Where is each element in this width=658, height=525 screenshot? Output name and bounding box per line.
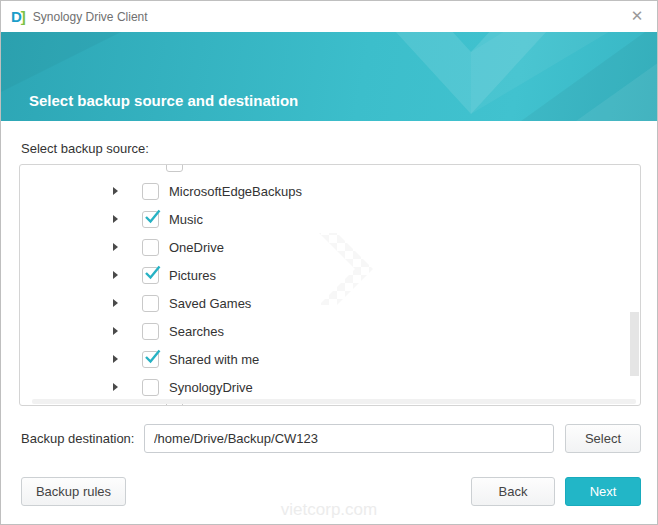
title-bar: D] Synology Drive Client ✕ [1, 1, 657, 32]
synology-drive-logo-icon: D] [11, 9, 25, 24]
backup-destination-input[interactable] [144, 424, 554, 453]
checkbox-unchecked[interactable] [142, 379, 159, 396]
tree-item-label: SynologyDrive [169, 380, 253, 395]
tree-item-label: Searches [169, 324, 224, 339]
back-button[interactable]: Back [471, 477, 555, 506]
expand-arrow-icon[interactable] [113, 383, 118, 391]
tree-item-label: MicrosoftEdgeBackups [169, 184, 302, 199]
checkbox-unchecked[interactable] [142, 323, 159, 340]
checkbox-checked[interactable] [142, 211, 159, 228]
checkbox-checked[interactable] [142, 351, 159, 368]
tree-item-row[interactable]: OneDrive [20, 233, 640, 261]
expand-arrow-icon[interactable] [113, 243, 118, 251]
tree-item-label: Shared with me [169, 352, 259, 367]
tree-item-label: Pictures [169, 268, 216, 283]
tree-item-row[interactable]: Searches [20, 317, 640, 345]
checkbox-unchecked[interactable] [142, 295, 159, 312]
vertical-scrollbar-thumb[interactable] [630, 312, 639, 376]
wizard-header-banner: Select backup source and destination [1, 32, 658, 121]
tree-item-label: OneDrive [169, 240, 224, 255]
partial-checkbox-top[interactable] [166, 164, 183, 172]
tree-item-row[interactable]: Pictures [20, 261, 640, 289]
checkbox-checked[interactable] [142, 267, 159, 284]
tree-item-row[interactable]: SynologyDrive [20, 373, 640, 401]
backup-source-list[interactable]: MicrosoftEdgeBackupsMusicOneDrivePicture… [19, 164, 641, 406]
expand-arrow-icon[interactable] [113, 299, 118, 307]
select-destination-button[interactable]: Select [565, 424, 641, 453]
horizontal-scrollbar[interactable] [32, 399, 636, 404]
tree-item-row[interactable]: Saved Games [20, 289, 640, 317]
tree-item-label: Saved Games [169, 296, 251, 311]
expand-arrow-icon[interactable] [113, 271, 118, 279]
expand-arrow-icon[interactable] [113, 355, 118, 363]
tree-item-label: Music [169, 212, 203, 227]
synology-drive-client-window: D] Synology Drive Client ✕ Select backup… [0, 0, 658, 525]
tree-item-row[interactable]: Music [20, 205, 640, 233]
select-backup-source-label: Select backup source: [21, 141, 149, 156]
window-title: Synology Drive Client [33, 10, 148, 24]
expand-arrow-icon[interactable] [113, 187, 118, 195]
checkbox-unchecked[interactable] [142, 239, 159, 256]
expand-arrow-icon[interactable] [113, 327, 118, 335]
tree-item-row[interactable]: Shared with me [20, 345, 640, 373]
close-icon[interactable]: ✕ [617, 1, 657, 31]
backup-rules-button[interactable]: Backup rules [21, 477, 126, 506]
expand-arrow-icon[interactable] [113, 215, 118, 223]
next-button[interactable]: Next [565, 477, 641, 506]
backup-destination-label: Backup destination: [21, 431, 134, 446]
page-title: Select backup source and destination [29, 92, 298, 109]
tree-item-row[interactable]: MicrosoftEdgeBackups [20, 177, 640, 205]
checkbox-unchecked[interactable] [142, 183, 159, 200]
